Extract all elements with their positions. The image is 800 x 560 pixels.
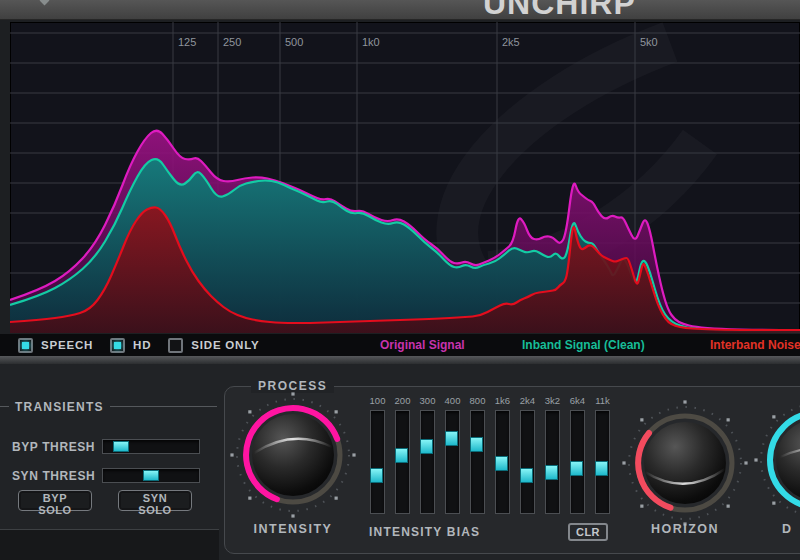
slider-handle[interactable] (370, 468, 383, 483)
toggle-side-only[interactable]: SIDE ONLY (168, 338, 259, 353)
slider-handle[interactable] (113, 441, 129, 452)
knob-major-tick (727, 418, 730, 421)
knob-body[interactable] (252, 414, 334, 496)
slider-handle[interactable] (520, 468, 533, 483)
freq-tick-label: 1k0 (362, 36, 380, 48)
checkbox-icon[interactable] (18, 338, 33, 353)
slider-handle[interactable] (420, 439, 433, 454)
display-toggles: SPEECHHDSIDE ONLY (18, 334, 276, 356)
toggle-speech[interactable]: SPEECH (18, 338, 93, 353)
knob-major-tick (772, 415, 775, 418)
syn-thresh-slider[interactable] (102, 468, 200, 483)
bias-freq-label: 3k2 (545, 395, 560, 408)
horizon-label: HORIZON (620, 522, 750, 536)
intensity-bias-label: INTENSITY BIAS (369, 525, 480, 539)
bias-slider-400[interactable] (445, 410, 460, 514)
byp-thresh-slider[interactable] (102, 439, 200, 454)
knob-major-tick (230, 453, 233, 456)
toggle-hd[interactable]: HD (110, 338, 151, 353)
bias-column-1k6: 1k6 (494, 395, 511, 514)
slider-handle[interactable] (545, 465, 558, 480)
knob-major-tick (772, 502, 775, 505)
checkbox-icon[interactable] (110, 338, 125, 353)
slider-handle[interactable] (595, 461, 608, 476)
titlebar-marker-icon (40, 0, 50, 5)
knob-major-tick (335, 410, 338, 413)
knob-major-tick (291, 392, 294, 395)
bias-freq-label: 11k (595, 395, 610, 408)
slider-handle[interactable] (470, 437, 483, 452)
plugin-window: UNCHIRP (0, 0, 800, 560)
toggle-label: SIDE ONLY (191, 339, 259, 351)
bias-column-3k2: 3k2 (544, 395, 561, 514)
legend-original-signal: Original Signal (380, 334, 465, 356)
knob-major-tick (352, 453, 355, 456)
slider-handle[interactable] (143, 470, 159, 481)
byp-solo-button[interactable]: BYP SOLO (18, 490, 92, 511)
bias-slider-2k4[interactable] (520, 410, 535, 514)
bias-column-300: 300 (419, 395, 436, 514)
lower-left-strip (0, 529, 219, 560)
transient-row: BYP THRESH (12, 439, 200, 454)
intensity-knob[interactable] (228, 390, 358, 520)
bias-freq-label: 400 (445, 395, 461, 408)
syn-solo-button[interactable]: SYN SOLO (118, 490, 192, 511)
bias-slider-11k[interactable] (595, 410, 610, 514)
knob-major-tick (291, 514, 294, 517)
transients-group: TRANSIENTS BYP THRESHSYN THRESH BYP SOLO… (0, 400, 219, 498)
transient-sliders: BYP THRESHSYN THRESH (0, 413, 219, 498)
transients-title: TRANSIENTS (15, 400, 104, 414)
bias-column-6k4: 6k4 (569, 395, 586, 514)
freq-tick-label: 5k0 (640, 36, 658, 48)
checkbox-icon[interactable] (168, 338, 183, 353)
knob-major-tick (248, 497, 251, 500)
right-knob-label: D (782, 522, 800, 536)
knob-major-tick (744, 461, 747, 464)
bias-column-200: 200 (394, 395, 411, 514)
toggle-label: HD (133, 339, 151, 351)
bias-slider-800[interactable] (470, 410, 485, 514)
knob-major-tick (727, 505, 730, 508)
freq-tick-label: 500 (285, 36, 303, 48)
toggle-label: SPEECH (41, 339, 93, 351)
bias-freq-label: 2k4 (520, 395, 535, 408)
horizon-knob[interactable] (620, 398, 750, 528)
panel-separator (0, 356, 800, 364)
bias-slider-1k6[interactable] (495, 410, 510, 514)
freq-tick-label: 2k5 (502, 36, 520, 48)
slider-handle[interactable] (395, 448, 408, 463)
right-knob[interactable] (752, 395, 800, 525)
bias-column-100: 100 (369, 395, 386, 514)
slider-handle[interactable] (495, 456, 508, 471)
bias-slider-6k4[interactable] (570, 410, 585, 514)
control-panel: PROCESS TRANSIENTS BYP THRESHSYN THRESH … (0, 364, 800, 560)
knob-body[interactable] (644, 422, 726, 504)
intensity-label: INTENSITY (228, 522, 358, 536)
knob-major-tick (335, 497, 338, 500)
slider-handle[interactable] (570, 461, 583, 476)
transient-row: SYN THRESH (12, 468, 200, 483)
bias-freq-label: 300 (420, 395, 436, 408)
clr-button[interactable]: CLR (568, 523, 608, 541)
title-bar: UNCHIRP (0, 0, 800, 20)
knob-major-tick (754, 458, 757, 461)
knob-major-tick (622, 461, 625, 464)
knob-major-tick (248, 410, 251, 413)
bias-slider-3k2[interactable] (545, 410, 560, 514)
bias-slider-200[interactable] (395, 410, 410, 514)
legend-inband-signal-clean-: Inband Signal (Clean) (522, 334, 645, 356)
legend-bar: SPEECHHDSIDE ONLY Original SignalInband … (0, 334, 800, 356)
bias-freq-label: 1k6 (495, 395, 510, 408)
bias-freq-label: 800 (470, 395, 486, 408)
bias-slider-300[interactable] (420, 410, 435, 514)
bias-freq-label: 100 (370, 395, 386, 408)
syn-thresh-label: SYN THRESH (12, 469, 102, 483)
spectrum-display-bezel: 1252505001k02k55k0 (0, 20, 800, 334)
bias-freq-label: 6k4 (570, 395, 585, 408)
slider-handle[interactable] (445, 431, 458, 446)
knob-major-tick (640, 505, 643, 508)
transients-header: TRANSIENTS (0, 400, 219, 413)
bias-slider-100[interactable] (370, 410, 385, 514)
freq-tick-label: 250 (223, 36, 241, 48)
bias-column-400: 400 (444, 395, 461, 514)
